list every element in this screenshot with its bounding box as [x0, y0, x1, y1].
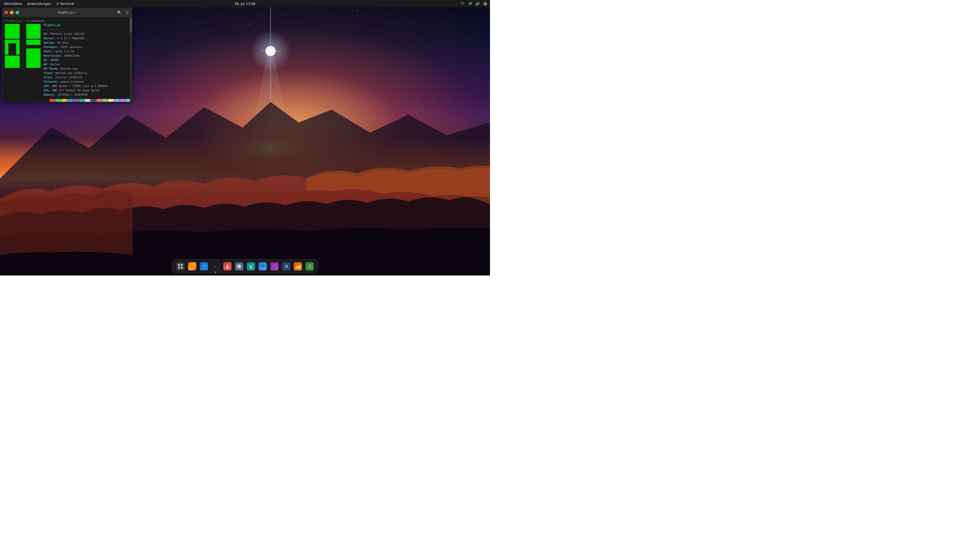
- palette-color: [114, 99, 120, 102]
- os-line: OS: Manjaro Linux x86_64: [44, 32, 132, 36]
- svg-rect-45: [296, 267, 296, 268]
- shell-val: bash 5.0.18: [56, 50, 74, 53]
- panel-datetime: 28. Jul 13:08: [234, 2, 256, 6]
- dock-item-uget[interactable]: [222, 261, 233, 272]
- minimize-button[interactable]: −: [10, 11, 14, 14]
- cpu-monitor-icon: [294, 262, 302, 270]
- scrollbar[interactable]: [130, 17, 132, 102]
- power-icon[interactable]: ⏻: [482, 1, 488, 6]
- svg-point-44: [285, 266, 286, 267]
- dock-item-cpu-monitor[interactable]: [293, 261, 303, 272]
- steam-icon: [282, 262, 290, 270]
- volume-icon[interactable]: 🔊: [474, 1, 481, 6]
- palette-color: [97, 99, 102, 102]
- terminal-content[interactable]: [flo@flo-pc ~]$ neofetch: [2, 17, 132, 102]
- dock-item-firefox[interactable]: [187, 261, 197, 272]
- dock: >_: [172, 259, 318, 273]
- svg-rect-37: [250, 266, 251, 268]
- wm-line: WM: Mutter: [44, 62, 132, 67]
- svg-rect-31: [178, 267, 180, 268]
- prompt-neofetch: [flo@flo-pc ~]$ neofetch: [4, 19, 130, 23]
- ascii-logo: [4, 23, 41, 102]
- uget-icon: [223, 262, 231, 270]
- apps-grid-icon: [177, 262, 185, 270]
- svg-point-4: [357, 10, 358, 11]
- svg-rect-48: [299, 265, 299, 268]
- kernel-key: Kernel: [44, 37, 54, 40]
- theme-val: Matcha-sea [GTK2/3]: [56, 71, 88, 75]
- svg-rect-35: [226, 268, 229, 268]
- activities-button[interactable]: Aktivitäten: [2, 0, 24, 7]
- os-key: OS: [44, 32, 47, 35]
- palette-color: [108, 99, 114, 102]
- svg-rect-29: [178, 264, 180, 266]
- dock-item-apps[interactable]: [175, 261, 186, 272]
- svg-rect-47: [298, 267, 298, 268]
- palette-color: [73, 99, 79, 102]
- trash-icon: [305, 262, 313, 270]
- vm-icon: [259, 262, 267, 270]
- packages-key: Packages: [44, 45, 57, 49]
- kernel-line: Kernel: 5.4.52-1-MANJARO: [44, 36, 132, 41]
- network-icon[interactable]: [467, 1, 473, 6]
- uptime-val: 19 mins: [57, 41, 69, 44]
- firefox-icon: [188, 262, 196, 270]
- datetime-text: 28. Jul 13:08: [234, 2, 256, 6]
- terminal-line: Terminal: gnome-terminal: [44, 79, 132, 84]
- svg-rect-46: [297, 266, 298, 268]
- dock-item-settings[interactable]: [234, 261, 245, 272]
- prompt-text: [flo@flo-pc ~]$: [4, 19, 31, 23]
- dock-item-puzzle[interactable]: [269, 261, 280, 272]
- terminal-window: ✕ − □ flo@flo-pc:~ 🔍 ☰ [flo@flo-pc ~]$ n…: [2, 8, 132, 102]
- puzzle-icon: [270, 262, 278, 270]
- palette-color: [61, 99, 67, 102]
- icons-line: Icons: hicolor [GTK2/3]: [44, 75, 132, 79]
- dock-item-steam[interactable]: [281, 261, 291, 272]
- desktop: Aktivitäten Anwendungen 🖥 Terminal 28. J…: [0, 0, 490, 275]
- cpu-line: CPU: AMD Ryzen 7 3700X (16) @ 3.600GHz: [44, 84, 132, 88]
- manjaro-logo: [4, 23, 41, 69]
- terminal-menu-button[interactable]: 🖥 Terminal: [54, 0, 76, 7]
- theme-key: Theme: [44, 71, 52, 75]
- dock-item-trash[interactable]: [304, 261, 315, 272]
- svg-point-36: [239, 265, 240, 267]
- files-icon: [200, 262, 208, 270]
- top-panel: Aktivitäten Anwendungen 🖥 Terminal 28. J…: [0, 0, 490, 7]
- panel-left: Aktivitäten Anwendungen 🖥 Terminal: [2, 0, 76, 7]
- packages-line: Packages: 1254 (pacman): [44, 45, 132, 49]
- separator: ----------: [44, 28, 60, 31]
- terminal-titlebar: ✕ − □ flo@flo-pc:~ 🔍 ☰: [2, 8, 132, 17]
- wm-key: WM: [44, 63, 47, 66]
- neofetch-output: flo@flo-pc ---------- OS: Manjaro Linux …: [4, 23, 130, 102]
- de-line: DE: GNOME: [44, 58, 132, 62]
- wm-theme-val: Matcha-sea: [60, 67, 77, 70]
- de-key: DE: [44, 59, 47, 62]
- dock-item-vm[interactable]: [257, 261, 268, 272]
- memory-val: 2572MiB / 32082MiB: [57, 93, 88, 97]
- dock-item-terminal[interactable]: >_: [210, 261, 221, 272]
- os-val: Manjaro Linux x86_64: [51, 32, 84, 35]
- neofetch-cmd: neofetch: [31, 19, 45, 23]
- icons-key: Icons: [44, 76, 52, 79]
- palette-color: [91, 99, 96, 102]
- svg-rect-28: [8, 43, 16, 55]
- svg-rect-25: [26, 40, 41, 45]
- panel-right: 🛡 🔊 ⏻: [460, 1, 488, 6]
- vpn-icon[interactable]: 🛡: [460, 1, 465, 6]
- resolution-val: 3840x2160: [64, 54, 79, 57]
- maximize-button[interactable]: □: [16, 11, 19, 14]
- applications-button[interactable]: Anwendungen: [25, 0, 53, 7]
- svg-point-11: [331, 19, 332, 19]
- de-val: GNOME: [51, 59, 59, 62]
- close-button[interactable]: ✕: [4, 11, 8, 14]
- scrollbar-thumb[interactable]: [130, 17, 132, 33]
- dock-item-store[interactable]: [245, 261, 256, 272]
- svg-rect-19: [469, 3, 469, 5]
- search-button[interactable]: 🔍: [116, 10, 123, 15]
- store-icon: [247, 262, 255, 270]
- theme-line: Theme: Matcha-sea [GTK2/3]: [44, 71, 132, 75]
- dock-item-files[interactable]: [199, 261, 209, 272]
- cpu-val: AMD Ryzen 7 3700X (16) @ 3.600GHz: [52, 84, 108, 88]
- menu-button[interactable]: ☰: [124, 10, 130, 15]
- packages-val: 1254 (pacman): [60, 45, 83, 49]
